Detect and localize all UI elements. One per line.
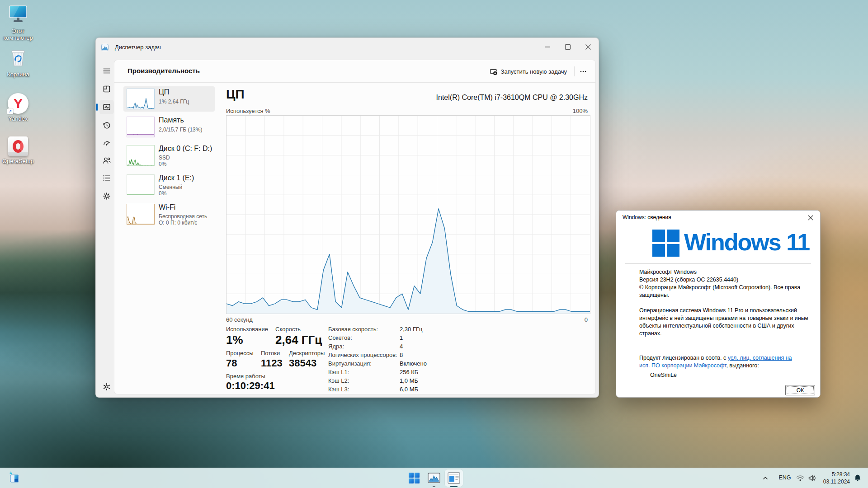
active-window-indicator	[450, 486, 458, 487]
nav-app-history-button[interactable]	[99, 118, 114, 132]
desktop-icon-label: Yandex	[1, 115, 35, 122]
stat-label: Кэш L1:	[328, 369, 349, 375]
task-manager-window: Диспетчер задач	[95, 38, 599, 398]
nav-services-button[interactable]	[99, 189, 114, 203]
metric-row-disk1[interactable]: Диск 1 (E:) Сменный 0%	[123, 172, 215, 200]
close-icon	[583, 42, 593, 52]
dialog-title: Windows: сведения	[623, 214, 671, 221]
header-divider-vertical	[574, 66, 575, 76]
windows-logo-icon	[652, 230, 679, 257]
new-task-icon	[489, 67, 497, 75]
widgets-button[interactable]	[5, 469, 23, 487]
nav-processes-button[interactable]	[99, 82, 114, 96]
dialog-titlebar[interactable]: Windows: сведения	[616, 211, 820, 224]
version-line: Версия 23H2 (сборка ОС 22635.4440)	[639, 276, 812, 284]
winver-dialog: Windows: сведения Windows 11 Майкрософт …	[616, 210, 821, 398]
desktop-icon-this-pc[interactable]: Этот компьютер	[1, 5, 35, 41]
nav-startup-apps-button[interactable]	[99, 136, 114, 150]
running-indicator	[433, 486, 435, 487]
dialog-close-button[interactable]	[806, 213, 816, 223]
nav-menu-button[interactable]	[99, 64, 114, 78]
run-new-task-button[interactable]: Запустить новую задачу	[486, 65, 571, 78]
shortcut-arrow-badge: ↗	[7, 108, 13, 114]
desktop-icon-label: Этот компьютер	[1, 28, 35, 41]
taskbar-task-manager-button[interactable]	[425, 469, 443, 487]
performance-panel: Производительность Запустить новую задач…	[114, 60, 596, 394]
metric-row-wifi[interactable]: Wi-Fi Беспроводная сеть О: 0 П: 0 кбит/с	[123, 202, 215, 230]
nav-details-button[interactable]	[99, 171, 114, 185]
start-button[interactable]	[405, 469, 423, 487]
nav-users-button[interactable]	[99, 153, 114, 168]
stat-label: Скорость	[275, 326, 301, 333]
chart-axis-top-right: 100%	[573, 108, 588, 114]
stat-label: Время работы	[226, 373, 265, 380]
ok-button[interactable]: ОК	[785, 385, 815, 395]
titlebar[interactable]: Диспетчер задач	[96, 38, 599, 57]
clock[interactable]: 5:28:34 03.11.2024	[816, 471, 850, 485]
wifi-tray-button[interactable]	[794, 469, 807, 487]
stat-value-speed: 2,64 ГГц	[275, 333, 322, 347]
performance-icon	[102, 103, 111, 112]
more-options-icon	[579, 67, 587, 75]
widgets-icon	[7, 471, 20, 485]
wifi-icon	[796, 474, 805, 483]
stat-label: Виртуализация:	[328, 360, 372, 367]
maximize-button[interactable]	[557, 38, 578, 56]
processes-icon	[102, 84, 111, 94]
stat-label: Ядра:	[328, 343, 344, 350]
minimize-button[interactable]	[537, 38, 557, 56]
users-icon	[102, 156, 111, 165]
metric-title: Память	[159, 116, 184, 124]
stat-value: 2,30 ГГц	[400, 326, 422, 333]
close-button[interactable]	[578, 38, 599, 56]
notifications-button[interactable]	[851, 469, 864, 487]
stat-value-threads: 1123	[261, 357, 283, 369]
license-prefix: Продукт лицензирован в соотв. с	[639, 355, 728, 361]
metric-subtitle: Сменный	[159, 184, 182, 190]
license-paragraph: Продукт лицензирован в соотв. с усл. лиц…	[639, 354, 803, 370]
desktop-icon-yandex[interactable]: Y ↗ Yandex	[1, 93, 35, 122]
disk0-mini-chart	[127, 145, 155, 166]
menu-icon	[102, 66, 111, 75]
nav-performance-button[interactable]	[99, 100, 114, 114]
stat-value: Включено	[400, 360, 427, 367]
selected-accent-bar	[96, 103, 98, 111]
stat-value: 4	[400, 343, 403, 350]
language-indicator[interactable]: ENG	[776, 474, 794, 481]
app-history-icon	[102, 121, 111, 130]
stat-label: Потоки	[261, 350, 280, 357]
nav-settings-button[interactable]	[99, 380, 114, 394]
speaker-icon	[807, 474, 816, 483]
stat-label: Дескрипторы	[289, 350, 325, 357]
metric-subtitle2: 0%	[159, 190, 166, 197]
metric-row-cpu[interactable]: ЦП 1% 2,64 ГГц	[123, 86, 215, 112]
stat-label: Базовая скорость:	[328, 326, 378, 333]
tray-chevron-button[interactable]	[760, 469, 771, 487]
cpu-mini-chart	[127, 89, 155, 109]
stat-label: Кэш L2:	[328, 377, 349, 384]
metric-subtitle: SSD	[159, 155, 170, 161]
metric-row-memory[interactable]: Память 2,0/15,7 ГБ (13%)	[123, 114, 215, 140]
desktop-icon-opera-setup[interactable]: OperaSetup	[1, 136, 35, 164]
metric-row-disk0[interactable]: Диск 0 (C: F: D:) SSD 0%	[123, 143, 215, 171]
chart-axis-bottom-left: 60 секунд	[226, 316, 253, 323]
license-suffix: , выданного:	[726, 362, 759, 369]
product-name: Майкрософт Windows	[639, 268, 812, 276]
tray-time: 5:28:34	[816, 471, 850, 478]
maximize-icon	[563, 42, 573, 52]
start-windows-icon	[408, 472, 420, 484]
recycle-bin-icon	[8, 47, 28, 68]
taskbar-winver-button[interactable]	[445, 469, 463, 487]
chart-axis-bottom-right: 0	[585, 316, 588, 323]
metric-title: Диск 1 (E:)	[159, 174, 194, 182]
desktop-icon-recycle-bin[interactable]: Корзина	[1, 47, 35, 78]
wifi-mini-chart	[127, 204, 155, 225]
stat-label: Кэш L3:	[328, 386, 349, 393]
stat-value: 256 КБ	[400, 369, 418, 375]
desktop: Этот компьютер Корзина Y ↗ Yandex	[0, 0, 868, 488]
stat-value: 6,0 МБ	[400, 386, 418, 393]
more-options-button[interactable]	[576, 65, 590, 78]
copyright-line: © Корпорация Майкрософт (Microsoft Corpo…	[639, 284, 809, 299]
stat-label: Логических процессоров:	[328, 352, 397, 358]
disk1-mini-chart	[127, 174, 155, 195]
